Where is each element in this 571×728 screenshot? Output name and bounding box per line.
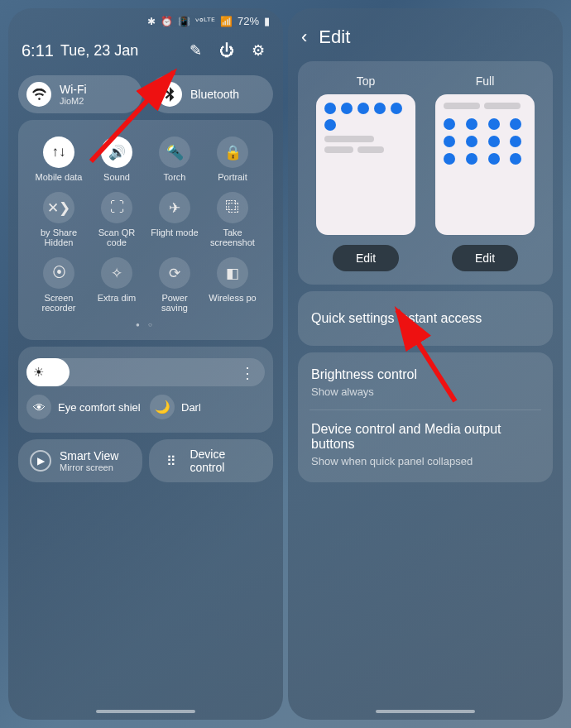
preview-top-label: Top <box>357 74 376 88</box>
tile-label: Scan QR code <box>91 228 142 247</box>
flight-mode-icon: ✈ <box>159 192 190 223</box>
battery-icon: ▮ <box>264 15 270 27</box>
wifi-ssid: JioM2 <box>60 96 87 106</box>
layout-preview-card: Top Edit Full Edit <box>298 61 553 285</box>
qp-header: 6:11 Tue, 23 Jan ✎ ⏻ ⚙ <box>8 34 283 70</box>
smart-view-icon: ▶ <box>30 450 51 472</box>
brightness-control-row[interactable]: Brightness control Show always <box>306 356 545 410</box>
sound-icon: 🔊 <box>101 136 132 168</box>
tile-label: by ShareHidden <box>41 228 77 247</box>
tile-label: Wireless po <box>209 293 256 303</box>
dark-label: Darl <box>181 401 201 414</box>
edit-top-button[interactable]: Edit <box>333 245 399 271</box>
edit-full-button[interactable]: Edit <box>452 245 518 271</box>
tile-label: Mobile data <box>36 172 83 182</box>
signal-icon: 📶 <box>220 16 233 27</box>
tile-label: Extra dim <box>98 293 136 303</box>
device-media-title: Device control and Media output buttons <box>311 422 540 452</box>
bluetooth-title: Bluetooth <box>190 88 239 101</box>
page-title: Edit <box>319 26 350 48</box>
tile-label: Portrait <box>218 172 247 182</box>
screen-recorder-icon: ⦿ <box>43 257 74 289</box>
tile-portrait[interactable]: 🔒Portrait <box>204 133 262 185</box>
alarm-icon: ⏰ <box>161 16 173 27</box>
nearby-share-icon: ✕❯ <box>43 192 74 223</box>
smart-view-sub: Mirror screen <box>60 462 118 472</box>
torch-icon: 🔦 <box>159 136 190 168</box>
brightness-card: ☀︎ ⋮ 👁 Eye comfort shiel 🌙 Darl <box>18 347 273 433</box>
power-saving-icon: ⟳ <box>159 257 190 289</box>
brightness-slider[interactable]: ☀︎ ⋮ <box>26 358 265 386</box>
tile-sound[interactable]: 🔊Sound <box>88 133 146 185</box>
wireless-power-icon: ◧ <box>217 257 248 289</box>
bt-icon: ✱ <box>147 16 156 27</box>
edit-icon[interactable]: ✎ <box>184 39 207 62</box>
back-icon[interactable]: ‹ <box>301 26 307 48</box>
status-bar: ✱ ⏰ 📳 ᵛᵒᴸᵀᴱ 📶 72% ▮ <box>8 8 283 34</box>
mobile-data-icon: ↑↓ <box>43 136 74 168</box>
wifi-icon <box>26 82 51 107</box>
brightness-sub: Show always <box>311 386 540 398</box>
quick-settings-panel: ↑↓Mobile data🔊Sound🔦Torch🔒Portrait✕❯by S… <box>18 120 273 340</box>
tile-scan-qr[interactable]: ⛶Scan QR code <box>88 189 146 251</box>
tile-label: Take screenshot <box>207 228 258 247</box>
eye-icon: 👁 <box>26 395 51 419</box>
device-control-button[interactable]: ⠿ Device control <box>149 439 273 482</box>
preview-full-card[interactable] <box>435 94 535 235</box>
device-media-sub: Show when quick panel collapsed <box>311 455 540 467</box>
preview-top-card[interactable] <box>316 94 415 235</box>
tile-nearby-share[interactable]: ✕❯by ShareHidden <box>30 189 88 251</box>
volte-icon: ᵛᵒᴸᵀᴱ <box>195 16 215 27</box>
eye-label: Eye comfort shiel <box>58 401 141 414</box>
screenshot-icon: ⿻ <box>217 192 248 223</box>
eye-comfort-toggle[interactable]: 👁 Eye comfort shiel <box>26 395 142 419</box>
scan-qr-icon: ⛶ <box>101 192 132 223</box>
tile-power-saving[interactable]: ⟳Power saving <box>146 254 204 316</box>
moon-icon: 🌙 <box>150 395 175 419</box>
tile-label: Sound <box>103 172 130 182</box>
power-icon[interactable]: ⏻ <box>215 39 238 62</box>
nav-bar[interactable] <box>96 710 195 713</box>
tile-extra-dim[interactable]: ✧Extra dim <box>88 254 146 316</box>
portrait-icon: 🔒 <box>217 136 248 168</box>
phone-quick-panel: ✱ ⏰ 📳 ᵛᵒᴸᵀᴱ 📶 72% ▮ 6:11 Tue, 23 Jan ✎ ⏻… <box>8 8 283 720</box>
tile-label: Power saving <box>149 293 200 313</box>
quick-instant-access-row[interactable]: Quick settings instant access <box>298 291 553 346</box>
brightness-device-card: Brightness control Show always Device co… <box>298 352 553 482</box>
preview-top-column: Top Edit <box>316 74 415 271</box>
tile-screenshot[interactable]: ⿻Take screenshot <box>204 189 262 251</box>
smart-view-title: Smart View <box>60 449 118 462</box>
tile-label: Screen recorder <box>33 293 84 313</box>
tile-mobile-data[interactable]: ↑↓Mobile data <box>30 133 88 185</box>
brightness-title: Brightness control <box>311 367 540 382</box>
clock-time: 6:11 <box>22 41 54 60</box>
tile-label: Torch <box>164 172 186 182</box>
tile-wireless-power[interactable]: ◧Wireless po <box>204 254 262 316</box>
brightness-more-icon[interactable]: ⋮ <box>240 364 255 382</box>
battery-text: 72% <box>238 15 259 27</box>
device-control-title: Device control <box>190 448 262 474</box>
wifi-pill[interactable]: Wi-Fi JioM2 <box>18 75 142 113</box>
tile-screen-recorder[interactable]: ⦿Screen recorder <box>30 254 88 316</box>
vibrate-icon: 📳 <box>178 16 190 27</box>
tile-flight-mode[interactable]: ✈Flight mode <box>146 189 204 251</box>
clock-date: Tue, 23 Jan <box>60 42 138 60</box>
tile-label: Flight mode <box>151 228 198 237</box>
device-control-icon: ⠿ <box>161 450 181 472</box>
tile-torch[interactable]: 🔦Torch <box>146 133 204 185</box>
device-media-row[interactable]: Device control and Media output buttons … <box>306 410 545 479</box>
preview-full-column: Full Edit <box>435 74 535 271</box>
extra-dim-icon: ✧ <box>101 257 132 289</box>
dark-mode-toggle[interactable]: 🌙 Darl <box>150 395 265 419</box>
bluetooth-icon <box>157 82 182 107</box>
brightness-icon: ☀︎ <box>33 365 44 380</box>
qia-title: Quick settings instant access <box>311 311 540 326</box>
bluetooth-pill[interactable]: Bluetooth <box>149 75 273 113</box>
smart-view-button[interactable]: ▶ Smart View Mirror screen <box>18 439 142 482</box>
nav-bar[interactable] <box>376 710 475 713</box>
phone-edit-settings: ‹ Edit Top Edit Full <box>288 8 563 720</box>
preview-full-label: Full <box>476 74 495 88</box>
settings-icon[interactable]: ⚙ <box>247 39 270 62</box>
wifi-title: Wi-Fi <box>60 83 87 96</box>
page-indicator: ● ○ <box>26 321 265 332</box>
